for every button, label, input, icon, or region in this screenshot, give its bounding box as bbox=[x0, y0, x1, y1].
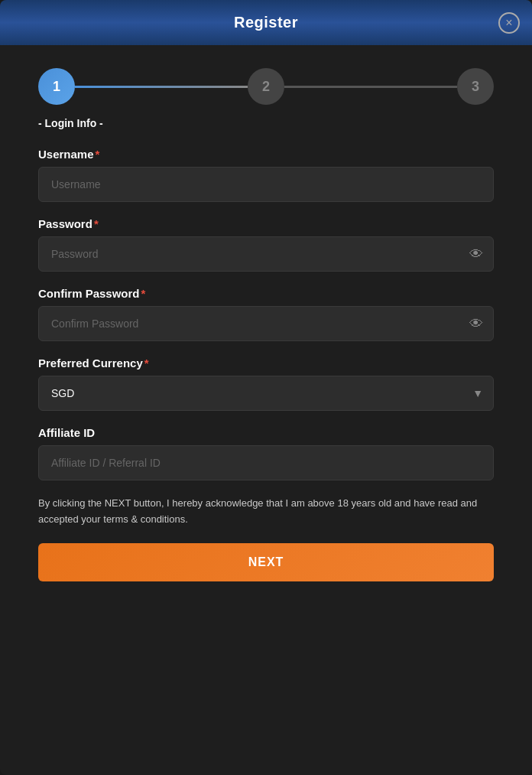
step-3: 3 bbox=[457, 68, 494, 105]
confirm-password-input[interactable] bbox=[38, 306, 494, 341]
modal-title: Register bbox=[234, 14, 298, 31]
password-field-group: Password* 👁︎ bbox=[38, 217, 494, 272]
disclaimer-text: By clicking the NEXT button, I hereby ac… bbox=[38, 496, 494, 528]
affiliate-field-group: Affiliate ID bbox=[38, 426, 494, 480]
step-line-1-2 bbox=[75, 86, 248, 88]
password-required: * bbox=[94, 217, 99, 230]
register-modal: Register × 1 2 3 - Login Info - Username… bbox=[0, 0, 532, 775]
step-label: - Login Info - bbox=[38, 117, 494, 129]
password-toggle-icon[interactable]: 👁︎ bbox=[469, 246, 483, 262]
confirm-password-label: Confirm Password* bbox=[38, 287, 494, 300]
step-2: 2 bbox=[248, 68, 284, 105]
username-input[interactable] bbox=[38, 167, 494, 202]
modal-header: Register × bbox=[0, 0, 532, 45]
affiliate-label: Affiliate ID bbox=[38, 426, 494, 439]
confirm-password-required: * bbox=[141, 287, 146, 300]
next-button[interactable]: NEXT bbox=[38, 543, 494, 581]
currency-select[interactable]: SGD USD EUR MYR THB bbox=[38, 376, 494, 411]
stepper: 1 2 3 bbox=[38, 68, 494, 105]
confirm-password-input-wrapper: 👁︎ bbox=[38, 306, 494, 341]
currency-label: Preferred Currency* bbox=[38, 357, 494, 370]
affiliate-input-wrapper bbox=[38, 445, 494, 480]
username-required: * bbox=[96, 148, 100, 161]
password-input[interactable] bbox=[38, 236, 494, 272]
confirm-password-toggle-icon[interactable]: 👁︎ bbox=[469, 316, 483, 332]
currency-select-wrapper: SGD USD EUR MYR THB ▼ bbox=[38, 376, 494, 411]
currency-required: * bbox=[144, 357, 149, 370]
confirm-password-field-group: Confirm Password* 👁︎ bbox=[38, 287, 494, 341]
password-label: Password* bbox=[38, 217, 494, 230]
username-input-wrapper bbox=[38, 167, 494, 202]
step-line-2-3 bbox=[284, 86, 457, 88]
modal-body: 1 2 3 - Login Info - Username* Passwor bbox=[0, 45, 532, 775]
password-input-wrapper: 👁︎ bbox=[38, 236, 494, 272]
username-field-group: Username* bbox=[38, 148, 494, 202]
step-1: 1 bbox=[38, 68, 75, 105]
affiliate-input[interactable] bbox=[38, 445, 494, 480]
close-button[interactable]: × bbox=[498, 12, 520, 34]
username-label: Username* bbox=[38, 148, 494, 161]
currency-field-group: Preferred Currency* SGD USD EUR MYR THB … bbox=[38, 357, 494, 411]
